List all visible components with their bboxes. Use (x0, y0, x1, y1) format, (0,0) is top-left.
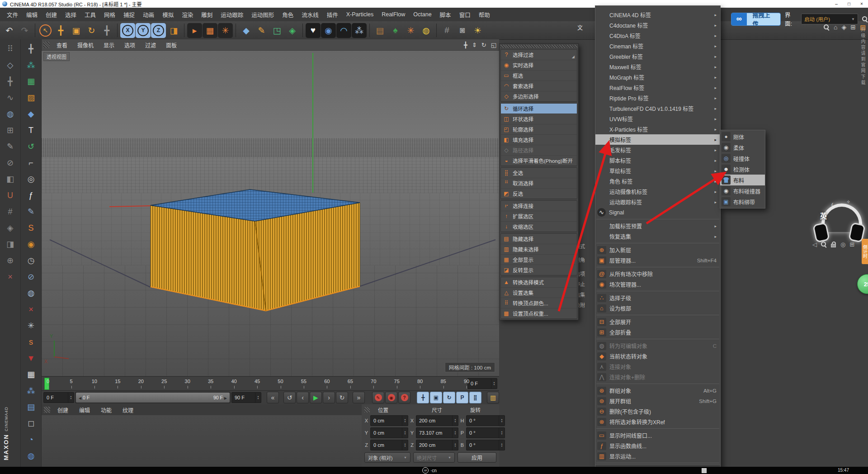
menubar-item[interactable]: 雕刻 (197, 10, 217, 19)
dock-a-icon-1[interactable]: ⠿ (2, 41, 19, 57)
menubar-item[interactable]: 工具 (80, 10, 100, 19)
zoom-view-icon[interactable]: ⇕ (472, 42, 477, 48)
render-region-button[interactable]: ▦ (203, 23, 217, 38)
selection-item[interactable]: ◉实时选择 (501, 60, 577, 71)
menubar-item[interactable]: X-Particles (342, 11, 377, 18)
undo-button[interactable]: ↶ (2, 23, 17, 38)
selection-item[interactable]: ▤隐藏选择 (501, 234, 577, 244)
rotation-h-input[interactable]: 0 °▲▼ (466, 415, 505, 426)
dock-b-icon-14[interactable]: ◷ (23, 252, 39, 269)
dock-b-icon-19[interactable]: s (23, 334, 39, 350)
add-primitive-button[interactable]: ◆ (239, 23, 254, 38)
spinner-arrows-icon[interactable]: ▲▼ (452, 440, 458, 450)
dock-a-icon-3[interactable]: ╋ (2, 73, 19, 90)
play-reverse-button[interactable]: ↺ (283, 392, 296, 403)
timeline-range-slider[interactable]: ◀ 0 F90 F ▶ (75, 392, 231, 403)
selection-item[interactable]: ◰轮廓选择 (501, 124, 577, 135)
context-menu-item[interactable]: ◉场次管理器... (595, 279, 720, 289)
dock-a-icon-12[interactable]: ◈ (2, 220, 19, 236)
context-menu-item[interactable]: ▭显示时间线窗口... (595, 430, 720, 441)
menubar-item[interactable]: 窗口 (455, 10, 475, 19)
scale-button[interactable]: ▣ (69, 23, 84, 38)
dock-b-icon-20[interactable]: ▼ (23, 350, 39, 366)
dock-a-icon-8[interactable]: ⊘ (2, 155, 19, 171)
selection-item[interactable]: ⠖选择连接 (501, 201, 577, 211)
viewport-menu-item[interactable]: 过滤 (140, 41, 161, 49)
context-menu-item[interactable]: ƒ显示函数曲线... (595, 441, 720, 451)
object-mode-dropdown[interactable]: 对象 (相对) ▼ (364, 452, 410, 463)
position-y-input[interactable]: 0 cm▲▼ (370, 427, 408, 438)
context-menu-item[interactable]: 角色 标签▸ (595, 176, 720, 186)
last-tool-button[interactable]: ╋ (99, 23, 114, 38)
dock-b-icon-1[interactable]: ╋ (23, 41, 39, 57)
menubar-item[interactable]: 流水线 (297, 10, 323, 19)
menubar-item[interactable]: 渲染 (178, 10, 197, 19)
selection-item[interactable]: ▲转换选择模式 (501, 277, 577, 288)
submenu-item[interactable]: ◎碰撞体 (720, 153, 765, 164)
dock-b-icon-17[interactable]: × (23, 301, 39, 318)
keyframe-selection-button[interactable]: ▥ (487, 392, 499, 403)
redo-button[interactable]: ↷ (17, 23, 32, 38)
context-menu-item[interactable]: C4DtoA 标签▸ (595, 30, 720, 41)
dock-a-icon-10[interactable]: U (2, 187, 19, 204)
menubar-item[interactable]: 选择 (61, 10, 80, 19)
spinner-arrows-icon[interactable]: ▲▼ (255, 393, 261, 403)
dock-b-icon-21[interactable]: ▦ (23, 366, 39, 383)
range-right-arrow-icon[interactable]: ▶ (224, 396, 227, 400)
move-button[interactable]: ╋ (53, 23, 68, 38)
rotation-p-input[interactable]: 0 °▲▼ (466, 427, 505, 438)
context-menu-item[interactable]: 脚本标签▸ (595, 155, 720, 166)
cube-object[interactable] (151, 190, 360, 311)
range-left-arrow-icon[interactable]: ◀ (79, 396, 81, 400)
selection-item[interactable]: ↻循环选择 (501, 104, 577, 114)
dock-a-icon-4[interactable]: ∿ (2, 90, 19, 106)
spinner-arrows-icon[interactable]: ▲▼ (402, 440, 408, 450)
selection-item[interactable]: ⠛取消选择 (501, 178, 577, 189)
axis-x-button[interactable]: X (120, 23, 135, 38)
context-menu-item[interactable]: ⌂设为根部 (595, 303, 720, 313)
menubar-item[interactable]: 运动图形 (247, 10, 278, 19)
drag-upload-button[interactable]: ∞ 拖拽上传 (731, 13, 781, 26)
selection-item[interactable]: ▦全部显示 (501, 255, 577, 265)
dock-a-icon-15[interactable]: × (2, 269, 19, 285)
menubar-item[interactable]: 运动跟踪 (217, 10, 247, 19)
target-icon[interactable]: ◎ (840, 241, 845, 248)
selection-item[interactable]: ◫环状选择 (501, 114, 577, 124)
camera-button[interactable]: ◙ (455, 23, 470, 38)
axis-y-button[interactable]: Y (136, 23, 151, 38)
maximize-button[interactable]: □ (843, 0, 855, 8)
context-menu-item[interactable]: ⊟全部展开 (595, 317, 720, 327)
menubar-item[interactable]: 编辑 (22, 10, 42, 19)
context-menu-item[interactable]: ∴选择子级 (595, 293, 720, 303)
dock-b-icon-13[interactable]: ◉ (23, 236, 39, 252)
dock-b-icon-12[interactable]: S (23, 220, 39, 236)
render-view-button[interactable]: ▸ (187, 23, 202, 38)
sculpt-button[interactable]: ◍ (419, 23, 434, 38)
selection-item[interactable]: ◠套索选择 (501, 81, 577, 91)
end-frame-spinner[interactable]: 90 F▲▼ (231, 392, 261, 403)
search-icon[interactable] (862, 16, 868, 22)
panel-drag-handle[interactable] (44, 407, 50, 413)
cube-right-face[interactable] (255, 203, 360, 311)
selection-item[interactable]: ⣿全选 (501, 168, 577, 178)
dock-b-icon-10[interactable]: ƒ (23, 187, 39, 204)
keying-settings-button[interactable]: ? (398, 392, 410, 403)
dock-b-icon-2[interactable]: ⁂ (23, 57, 39, 73)
record-keyframe-button[interactable]: ✎ (372, 392, 384, 403)
submenu-item[interactable]: ●刚体 (720, 131, 765, 142)
material-manager-tab[interactable]: 创建 (52, 406, 74, 414)
search-icon[interactable] (821, 242, 827, 247)
dock-b-icon-24[interactable]: ◻ (23, 415, 39, 431)
menubar-item[interactable]: 创建 (42, 10, 61, 19)
selection-item[interactable]: ◪反转显示 (501, 265, 577, 275)
viewport-menu-item[interactable]: 摄像机 (72, 41, 99, 49)
spinner-arrows-icon[interactable]: ▲▼ (402, 416, 408, 426)
context-menu-item[interactable]: X-Particles 标签▸ (595, 124, 720, 134)
triangle-icon[interactable]: ◁ (812, 241, 817, 248)
context-menu-item[interactable]: 运动摄像机标签▸ (595, 186, 720, 197)
live-selection-button[interactable]: ↖ (38, 23, 53, 38)
dock-a-icon-14[interactable]: ⊕ (2, 252, 19, 269)
selection-item[interactable]: ?选择过滤◢ (501, 50, 577, 60)
context-menu-item[interactable]: MoGraph 标签▸ (595, 72, 720, 82)
selection-item[interactable]: △设置选集 (501, 288, 577, 298)
